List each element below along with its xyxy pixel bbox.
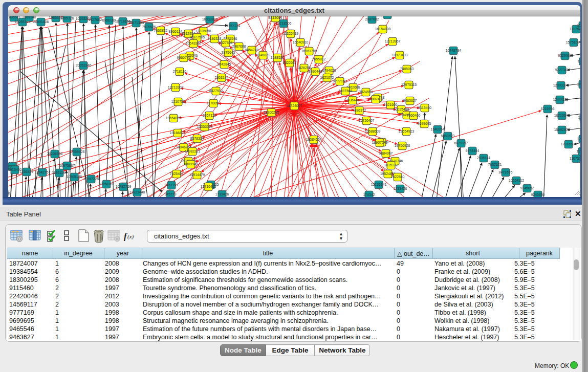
svg-text:6966160: 6966160: [102, 18, 116, 22]
svg-text:17957225: 17957225: [83, 177, 99, 181]
svg-text:18300295: 18300295: [264, 111, 279, 114]
svg-text:1156829: 1156829: [20, 170, 33, 173]
svg-text:11451194: 11451194: [52, 171, 67, 174]
svg-text:134443: 134443: [578, 59, 581, 63]
svg-text:1210752: 1210752: [171, 100, 185, 103]
svg-text:18907249: 18907249: [372, 141, 388, 144]
svg-text:7886372: 7886372: [353, 108, 366, 112]
svg-text:170105: 170105: [577, 137, 581, 141]
svg-text:19654955: 19654955: [166, 116, 182, 120]
svg-text:155750: 155750: [577, 24, 581, 27]
svg-text:2803144: 2803144: [215, 76, 229, 79]
svg-text:1621072: 1621072: [320, 76, 334, 79]
svg-text:1733426: 1733426: [394, 187, 407, 190]
svg-text:10807487: 10807487: [368, 97, 384, 101]
svg-text:15720407: 15720407: [359, 119, 375, 122]
svg-text:20053346: 20053346: [76, 63, 92, 67]
svg-text:16961758: 16961758: [301, 49, 317, 53]
svg-text:3875645: 3875645: [222, 51, 235, 54]
svg-text:1588520: 1588520: [271, 56, 285, 59]
svg-text:9699695: 9699695: [418, 122, 431, 125]
svg-text:15136141: 15136141: [371, 183, 387, 186]
svg-text:9474444: 9474444: [466, 149, 480, 152]
svg-text:8427512: 8427512: [209, 89, 223, 93]
svg-text:17359928: 17359928: [69, 150, 85, 154]
svg-text:1065326: 1065326: [60, 16, 74, 20]
svg-text:16327505: 16327505: [189, 35, 205, 39]
svg-text:144430: 144430: [577, 82, 581, 86]
svg-text:7485063: 7485063: [400, 67, 414, 71]
svg-text:16033809: 16033809: [202, 17, 218, 21]
svg-text:9960746: 9960746: [177, 56, 191, 59]
svg-text:1626255: 1626255: [297, 66, 311, 70]
svg-text:10025438: 10025438: [394, 107, 409, 111]
svg-text:12505185: 12505185: [67, 175, 82, 179]
svg-text:8471676: 8471676: [499, 170, 513, 174]
svg-text:9245652: 9245652: [520, 186, 534, 190]
svg-text:12213302: 12213302: [168, 85, 184, 89]
svg-text:16448784: 16448784: [446, 49, 462, 52]
svg-text:19654923: 19654923: [399, 129, 415, 133]
svg-text:3267110: 3267110: [203, 114, 216, 117]
svg-text:6497568: 6497568: [339, 89, 353, 93]
svg-text:12213967: 12213967: [385, 39, 401, 43]
svg-text:174342: 174342: [363, 193, 375, 196]
svg-text:19756928: 19756928: [395, 144, 410, 147]
svg-text:6879197: 6879197: [454, 141, 468, 145]
svg-text:6809948: 6809948: [184, 162, 198, 166]
svg-text:9245650: 9245650: [531, 193, 545, 196]
svg-text:12975115: 12975115: [401, 83, 417, 86]
svg-text:8454749: 8454749: [245, 48, 259, 52]
svg-text:8215956: 8215956: [541, 107, 555, 111]
svg-text:2087682: 2087682: [365, 17, 379, 21]
svg-text:20206556: 20206556: [47, 152, 63, 156]
svg-text:793450: 793450: [8, 191, 10, 195]
svg-text:12923448: 12923448: [129, 190, 145, 194]
svg-text:8322037: 8322037: [283, 61, 297, 64]
svg-text:1640954: 1640954: [431, 127, 445, 131]
svg-text:2935114: 2935114: [477, 156, 490, 160]
svg-text:19384554: 19384554: [306, 138, 322, 141]
svg-text:1615132: 1615132: [384, 163, 398, 167]
svg-text:9329966: 9329966: [558, 54, 572, 57]
svg-text:7663822: 7663822: [154, 29, 168, 32]
svg-text:10975867: 10975867: [59, 164, 75, 167]
svg-text:7857224: 7857224: [227, 24, 241, 28]
svg-text:19166827: 19166827: [170, 131, 186, 135]
svg-text:1527602: 1527602: [89, 18, 102, 21]
svg-text:1733426: 1733426: [215, 192, 229, 196]
svg-text:14982221: 14982221: [185, 149, 201, 153]
svg-text:16782759: 16782759: [116, 185, 132, 188]
svg-text:10654112: 10654112: [509, 179, 524, 182]
svg-text:9777169: 9777169: [333, 79, 347, 83]
svg-text:5953923: 5953923: [441, 134, 455, 138]
svg-text:16671355: 16671355: [128, 21, 144, 25]
svg-text:15751074: 15751074: [566, 40, 580, 44]
svg-text:11325419: 11325419: [283, 32, 298, 35]
svg-text:13716465: 13716465: [201, 185, 216, 188]
svg-text:8960124: 8960124: [169, 30, 183, 33]
svg-text:(x): (x): [127, 233, 134, 240]
svg-text:16154808: 16154808: [375, 27, 391, 31]
svg-text:7515526: 7515526: [142, 25, 156, 29]
svg-text:8186328: 8186328: [208, 37, 222, 40]
svg-text:2967608: 2967608: [232, 45, 246, 48]
svg-text:2069140: 2069140: [23, 16, 36, 19]
svg-text:8813094: 8813094: [269, 16, 282, 19]
svg-text:8578334: 8578334: [190, 137, 204, 140]
svg-text:134575: 134575: [577, 149, 581, 153]
svg-text:15692971: 15692971: [554, 128, 570, 132]
svg-text:13226058: 13226058: [195, 29, 211, 33]
svg-text:2036441: 2036441: [346, 98, 360, 102]
svg-text:7632621: 7632621: [488, 163, 502, 166]
svg-text:10958107: 10958107: [99, 182, 115, 186]
svg-text:16210643: 16210643: [554, 114, 570, 117]
svg-text:1167530: 1167530: [570, 157, 580, 160]
svg-text:14914479: 14914479: [189, 173, 205, 177]
svg-text:2522540: 2522540: [391, 175, 405, 179]
svg-text:9115460: 9115460: [418, 106, 431, 110]
svg-text:1244415: 1244415: [553, 98, 567, 101]
svg-text:9242845: 9242845: [217, 62, 231, 66]
svg-text:9684067: 9684067: [379, 151, 393, 155]
svg-text:945779: 945779: [165, 192, 177, 196]
